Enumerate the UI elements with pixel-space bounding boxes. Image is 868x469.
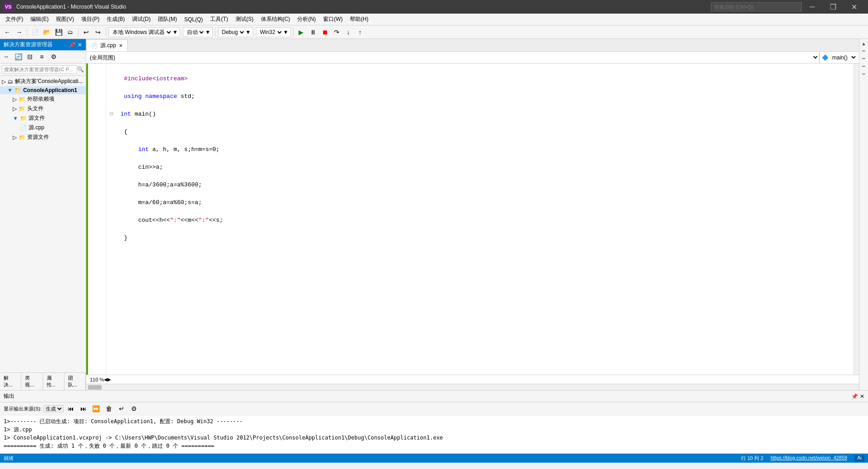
output-pin-icon[interactable]: 📌 [851, 393, 858, 400]
output-line-4: ========== 生成: 成功 1 个，失败 0 个，最新 0 个，跳过 0… [4, 442, 864, 450]
hscroll-thumb [88, 385, 102, 390]
se-tab-props[interactable]: 属性... [43, 373, 64, 390]
zoom-right-arrow[interactable]: ▶ [108, 377, 111, 382]
tree-item-solution[interactable]: ▷ 🗂 解决方案'ConsoleApplicati... [0, 77, 86, 86]
toolbar-forward[interactable]: → [14, 27, 25, 38]
menu-debug[interactable]: 调试(D) [128, 14, 154, 25]
solution-expand-icon: ▷ [2, 78, 6, 85]
tree-item-sourcecpp[interactable]: 📄 源.cpp [0, 123, 86, 132]
status-right: 行 10 列 2 https://blog.csdn.net/weixin_42… [741, 455, 864, 462]
window-controls: ─ ❐ ✕ [802, 0, 864, 14]
output-wrap-btn[interactable]: ↵ [116, 403, 127, 414]
toolbar-sep2 [78, 28, 78, 37]
margin-icon-1[interactable]: ▲ [861, 41, 867, 46]
se-settings-btn[interactable]: ⚙ [48, 51, 59, 62]
se-search: 🔍 [0, 64, 86, 76]
debug-config-select[interactable]: Debug [220, 29, 245, 36]
run-target-select[interactable]: 本地 Windows 调试器 [111, 29, 172, 36]
menu-build[interactable]: 生成(B) [103, 14, 128, 25]
toolbar-step-in[interactable]: ↓ [343, 27, 354, 38]
run-target-dropdown[interactable]: 本地 Windows 调试器 ▼ [108, 27, 180, 37]
minimize-button[interactable]: ─ [802, 0, 823, 14]
output-toolbar: 显示输出来源(S): 生成 ⏮ ⏭ ⏩ 🗑 ↵ ⚙ [0, 402, 868, 415]
margin-icon-3[interactable]: ━ [862, 56, 865, 62]
output-settings-btn[interactable]: ⚙ [129, 403, 140, 414]
menu-view[interactable]: 视图(V) [52, 14, 78, 25]
output-btn3[interactable]: ⏩ [91, 403, 102, 414]
build-mode-select[interactable]: 自动 [185, 29, 205, 36]
editor-vscroll[interactable] [853, 64, 859, 375]
tree-item-project[interactable]: ▼ 📁 ConsoleApplication1 [0, 86, 86, 94]
menu-tools[interactable]: 工具(T) [206, 14, 231, 25]
toolbar-start-debug[interactable]: ▶ [296, 27, 307, 38]
tree-item-external[interactable]: ▷ 📁 外部依赖项 [0, 94, 86, 104]
se-tab-solution[interactable]: 解决... [0, 373, 21, 390]
output-btn2[interactable]: ⏭ [78, 403, 89, 414]
toolbar-save-all[interactable]: 🗂 [65, 27, 76, 38]
menu-analysis[interactable]: 分析(N) [294, 14, 319, 25]
se-sync-btn[interactable]: ↔ [1, 51, 12, 62]
sources-label: 源文件 [29, 114, 45, 122]
line-numbers [88, 64, 106, 375]
output-source-label: 显示输出来源(S): [4, 405, 42, 412]
editor-tab-sourcecpp[interactable]: 📄 源.cpp ✕ [86, 39, 128, 51]
zoom-left-arrow[interactable]: ◀ [104, 377, 108, 382]
close-button[interactable]: ✕ [843, 0, 864, 14]
quick-launch[interactable] [711, 2, 802, 11]
se-tab-class[interactable]: 类视... [21, 373, 43, 390]
tree-item-headers[interactable]: ▷ 📁 头文件 [0, 104, 86, 113]
code-content[interactable]: #include<iostream> using namespace std; … [106, 64, 853, 375]
se-properties-btn[interactable]: ≡ [36, 51, 47, 62]
build-mode-dropdown[interactable]: 自动 ▼ [183, 27, 213, 37]
editor-hscroll[interactable] [86, 384, 859, 390]
menu-edit[interactable]: 编辑(E) [27, 14, 52, 25]
margin-icon-5[interactable]: ━ [862, 71, 865, 77]
menu-help[interactable]: 帮助(H) [346, 14, 372, 25]
scope-dropdown[interactable]: (全局范围) [86, 52, 819, 63]
toolbar-undo[interactable]: ↩ [81, 27, 92, 38]
menu-team[interactable]: 团队(M) [154, 14, 181, 25]
status-link[interactable]: https://blog.csdn.net/weixin_42859 [770, 455, 847, 462]
toolbar-step-out[interactable]: ↑ [355, 27, 366, 38]
toolbar-new[interactable]: 📄 [29, 27, 40, 38]
output-btn1[interactable]: ⏮ [65, 403, 76, 414]
platform-select[interactable]: Win32 [258, 29, 283, 36]
se-close-icon[interactable]: ✕ [78, 42, 82, 48]
menu-test[interactable]: 测试(S) [232, 14, 257, 25]
output-close-icon[interactable]: ✕ [860, 393, 864, 400]
right-margin-panel: ▲ ━ ━ ━ ━ [859, 39, 868, 390]
menu-window[interactable]: 窗口(W) [319, 14, 346, 25]
tab-close-icon[interactable]: ✕ [119, 43, 123, 48]
platform-dropdown[interactable]: Win32 ▼ [256, 27, 291, 37]
toolbar-pause[interactable]: ⏸ [308, 27, 319, 38]
tree-item-resources[interactable]: ▷ 📁 资源文件 [0, 132, 86, 142]
toolbar-save[interactable]: 💾 [53, 27, 64, 38]
se-collapse-btn[interactable]: ⊟ [25, 51, 35, 62]
toolbar-back[interactable]: ← [2, 27, 13, 38]
external-expand-icon: ▷ [13, 96, 17, 103]
tree-item-sources[interactable]: ▼ 📁 源文件 [0, 113, 86, 123]
menu-arch[interactable]: 体系结构(C) [257, 14, 294, 25]
status-ai-label[interactable]: Ai [854, 455, 864, 462]
toolbar-stop[interactable]: ⏹ [319, 27, 330, 38]
menu-project[interactable]: 项目(P) [78, 14, 103, 25]
debug-config-dropdown[interactable]: Debug ▼ [218, 27, 253, 37]
function-dropdown[interactable]: main() [829, 52, 857, 63]
toolbar-redo[interactable]: ↪ [93, 27, 103, 38]
menu-sql[interactable]: SQL(Q) [181, 14, 206, 25]
se-pin-icon[interactable]: 📌 [69, 42, 76, 48]
margin-icon-2[interactable]: ━ [862, 48, 865, 54]
toolbar-open[interactable]: 📂 [41, 27, 52, 38]
restore-button[interactable]: ❐ [823, 0, 843, 14]
se-search-input[interactable] [2, 65, 77, 73]
output-source-select[interactable]: 生成 [44, 405, 64, 412]
menu-file[interactable]: 文件(F) [2, 14, 27, 25]
margin-icon-4[interactable]: ━ [862, 64, 865, 69]
toolbar-step-over[interactable]: ↷ [331, 27, 342, 38]
code-line-6: cin>>a; [110, 163, 853, 172]
code-line-7: h=a/3600;a=a%3600; [110, 181, 853, 190]
output-clear-btn[interactable]: 🗑 [103, 403, 114, 414]
se-tab-team[interactable]: 团队... [64, 373, 86, 390]
code-line-10: } [110, 234, 853, 243]
se-refresh-btn[interactable]: 🔄 [13, 51, 24, 62]
